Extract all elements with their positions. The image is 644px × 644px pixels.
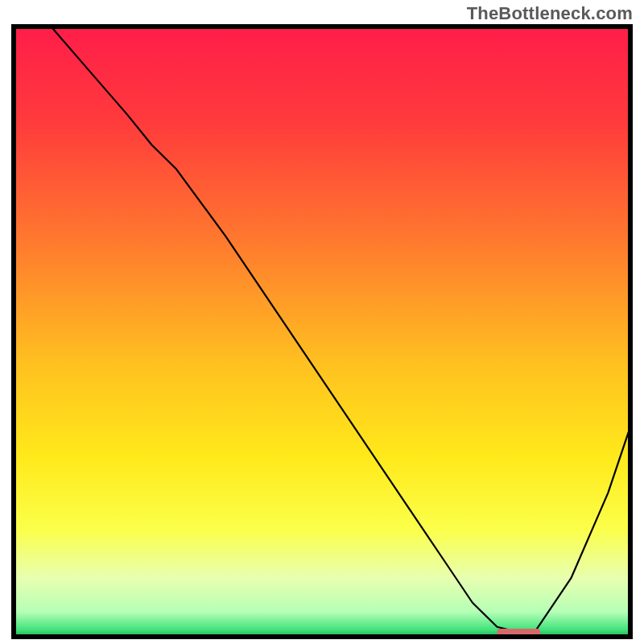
bottleneck-chart-svg (16, 29, 628, 634)
optimal-point-marker (497, 629, 541, 634)
attribution-text: TheBottleneck.com (467, 3, 633, 24)
plot-area (16, 29, 628, 634)
chart-frame (11, 24, 633, 639)
gradient-background (16, 29, 628, 634)
